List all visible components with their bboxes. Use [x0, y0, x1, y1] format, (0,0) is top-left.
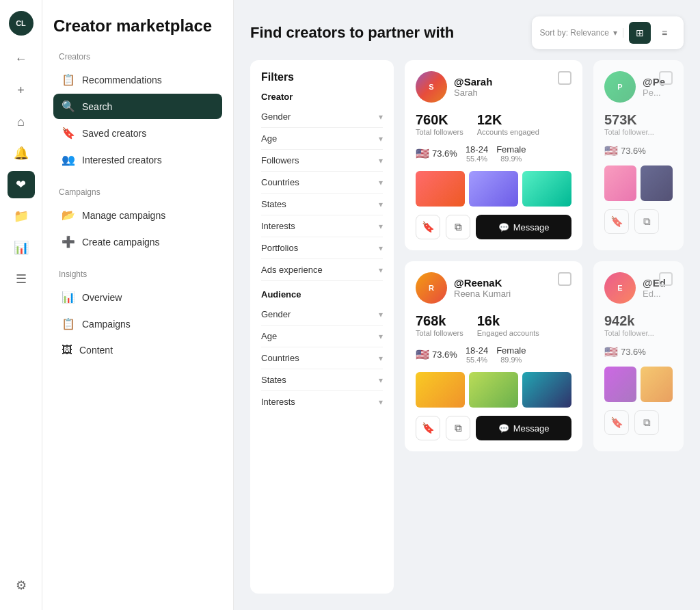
message-button[interactable]: 💬 Message — [476, 416, 571, 440]
recommendations-icon: 📋 — [62, 73, 75, 86]
card-checkbox[interactable] — [558, 71, 571, 85]
stat-value: 16k — [477, 313, 539, 329]
card-actions: 🔖 ⧉ 💬 Message — [416, 215, 571, 239]
filter-label: Followers — [261, 155, 299, 165]
sidebar-item-campaigns[interactable]: 📋 Campaigns — [53, 311, 222, 336]
share-button[interactable]: ⧉ — [446, 215, 470, 239]
add-nav-icon[interactable]: + — [8, 77, 35, 104]
sort-dropdown[interactable]: Sort by: Relevance ▾ — [540, 28, 623, 38]
filter-creator-gender[interactable]: Gender ▾ — [261, 106, 383, 128]
flag-tag: 🇺🇸 73.6% — [416, 348, 457, 361]
chart-nav-icon[interactable]: 📊 — [8, 234, 35, 261]
sidebar-item-manage-campaigns[interactable]: 📂 Manage campaigns — [53, 202, 222, 228]
chat-icon: 💬 — [498, 423, 509, 434]
filter-creator-followers[interactable]: Followers ▾ — [261, 150, 383, 172]
age-tag: 18-24 55.4% — [466, 144, 488, 163]
share-button[interactable]: ⧉ — [634, 410, 659, 435]
age-tag: 18-24 55.4% — [466, 345, 488, 364]
menu-nav-icon[interactable]: ☰ — [8, 265, 35, 293]
bell-nav-icon[interactable]: 🔔 — [8, 140, 35, 167]
bookmark-button[interactable]: 🔖 — [604, 410, 629, 435]
chevron-icon: ▾ — [379, 156, 383, 165]
bookmark-button[interactable]: 🔖 — [416, 215, 440, 239]
flag-tag: 🇺🇸 73.6% — [416, 147, 457, 160]
share-button[interactable]: ⧉ — [634, 209, 659, 234]
filter-creator-interests[interactable]: Interests ▾ — [261, 215, 383, 237]
gender-value: Female — [496, 144, 526, 155]
bookmark-button[interactable]: 🔖 — [604, 209, 629, 234]
flag-pct: 73.6% — [621, 347, 646, 357]
grid-view-button[interactable]: ⊞ — [629, 22, 651, 44]
sidebar-item-search[interactable]: 🔍 Search — [53, 94, 222, 119]
folder-nav-icon[interactable]: 📁 — [8, 202, 35, 230]
stat-label: Total followers — [416, 329, 463, 337]
settings-icon[interactable]: ⚙ — [8, 572, 35, 599]
filter-creator-portfolios[interactable]: Portfolios ▾ — [261, 237, 383, 259]
card-header: R @ReenaK Reena Kumari — [416, 272, 571, 304]
chevron-icon: ▾ — [379, 265, 383, 275]
sidebar-item-interested[interactable]: 👥 Interested creators — [53, 147, 222, 172]
manage-campaigns-icon: 📂 — [62, 209, 75, 222]
filter-creator-states[interactable]: States ▾ — [261, 194, 383, 215]
sidebar-item-recommendations[interactable]: 📋 Recommendations — [53, 67, 222, 92]
sidebar-item-create-campaigns[interactable]: ➕ Create campaigns — [53, 229, 222, 254]
creator-thumbnail — [469, 372, 518, 408]
filter-audience-age[interactable]: Age ▾ — [261, 326, 383, 347]
chevron-icon: ▾ — [379, 243, 383, 253]
filters-panel: Filters Creator Gender ▾ Age ▾ Followers… — [250, 60, 394, 594]
creator-thumbnail — [522, 372, 571, 408]
stat-engaged: 16k Engaged accounts — [477, 313, 539, 337]
message-button[interactable]: 💬 Message — [476, 215, 571, 239]
filter-audience-gender[interactable]: Gender ▾ — [261, 304, 383, 326]
card-checkbox[interactable] — [659, 272, 673, 286]
flag-pct: 73.6% — [432, 349, 457, 360]
creators-section-label: Creators — [53, 52, 222, 62]
creator-info: @Sarah Sarah — [454, 76, 571, 98]
age-range: 18-24 — [466, 345, 488, 356]
back-nav-icon[interactable]: ← — [8, 45, 35, 72]
filter-audience-interests[interactable]: Interests ▾ — [261, 391, 383, 412]
card-actions: 🔖 ⧉ — [604, 209, 673, 234]
audience-filter-section: Audience — [261, 289, 383, 300]
age-pct: 55.4% — [466, 356, 488, 364]
filters-title: Filters — [261, 71, 383, 83]
filter-creator-countries[interactable]: Countries ▾ — [261, 172, 383, 194]
filter-audience-countries[interactable]: Countries ▾ — [261, 347, 383, 369]
saved-icon: 🔖 — [62, 127, 75, 140]
filter-label: Age — [261, 133, 277, 144]
list-view-button[interactable]: ≡ — [654, 22, 675, 44]
home-nav-icon[interactable]: ⌂ — [8, 108, 35, 135]
stat-engaged: 12K Accounts engaged — [477, 112, 539, 136]
heart-nav-icon[interactable]: ❤ — [8, 171, 35, 198]
filter-label: States — [261, 199, 286, 209]
filter-creator-ads[interactable]: Ads experience ▾ — [261, 259, 383, 281]
sidebar-item-saved[interactable]: 🔖 Saved creators — [53, 120, 222, 146]
stat-followers: 573K Total follower... — [604, 112, 654, 136]
creator-avatar: S — [416, 71, 447, 103]
age-range: 18-24 — [466, 144, 488, 155]
filter-creator-age[interactable]: Age ▾ — [261, 128, 383, 150]
chevron-icon: ▾ — [379, 310, 383, 319]
sidebar-item-overview[interactable]: 📊 Overview — [53, 284, 222, 310]
filter-label: Interests — [261, 397, 295, 407]
card-checkbox[interactable] — [558, 272, 571, 286]
thumbnails-row — [416, 171, 571, 207]
search-icon: 🔍 — [62, 100, 75, 113]
card-checkbox[interactable] — [659, 71, 673, 85]
card-actions: 🔖 ⧉ 💬 Message — [416, 416, 571, 440]
bookmark-button[interactable]: 🔖 — [416, 416, 440, 440]
filter-label: States — [261, 375, 286, 385]
filter-audience-states[interactable]: States ▾ — [261, 369, 383, 391]
sidebar-item-content[interactable]: 🖼 Content — [53, 338, 222, 362]
share-button[interactable]: ⧉ — [446, 416, 470, 440]
creator-avatar: P — [604, 71, 636, 103]
stat-value: 12K — [477, 112, 539, 128]
main-content: Find creators to partner with Sort by: R… — [234, 0, 700, 610]
user-avatar[interactable]: CL — [9, 11, 33, 36]
main-header: Find creators to partner with Sort by: R… — [234, 0, 700, 49]
filter-label: Interests — [261, 221, 295, 231]
stats-row: 760K Total followers 12K Accounts engage… — [416, 112, 571, 136]
stat-followers: 768k Total followers — [416, 313, 463, 337]
creators-grid: S @Sarah Sarah 760K Total followers 12K … — [405, 60, 684, 594]
sidebar-item-label: Interested creators — [82, 155, 162, 165]
